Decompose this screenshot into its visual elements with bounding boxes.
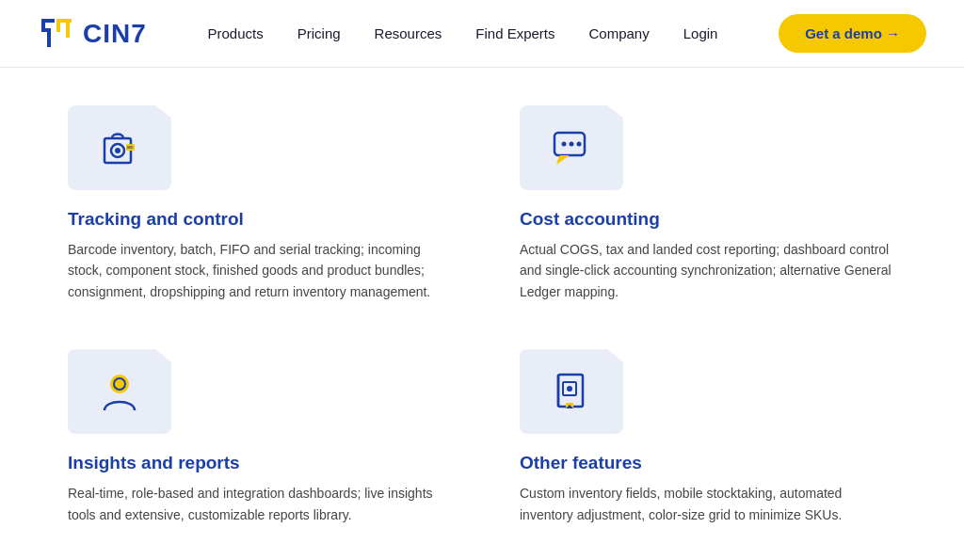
feature-card-tracking: Tracking and control Barcode inventory, … xyxy=(68,105,444,302)
cost-accounting-title: Cost accounting xyxy=(520,209,896,230)
other-features-title: Other features xyxy=(520,453,896,473)
svg-point-16 xyxy=(570,142,574,147)
feature-card-cost-accounting: Cost accounting Actual COGS, tax and lan… xyxy=(520,105,896,302)
site-header: CIN7 Products Pricing Resources Find Exp… xyxy=(0,0,964,68)
person-icon xyxy=(95,367,144,416)
cost-accounting-icon-wrap xyxy=(520,105,623,190)
nav-company[interactable]: Company xyxy=(589,25,650,41)
feature-card-other: Other features Custom inventory fields, … xyxy=(520,349,896,525)
svg-rect-6 xyxy=(66,19,70,38)
nav-products[interactable]: Products xyxy=(208,25,264,41)
book-icon xyxy=(547,367,596,416)
insights-title: Insights and reports xyxy=(68,453,444,473)
nav-find-experts[interactable]: Find Experts xyxy=(475,25,554,41)
features-grid: Tracking and control Barcode inventory, … xyxy=(68,105,896,525)
get-demo-button[interactable]: Get a demo → xyxy=(779,14,926,53)
insights-icon-wrap xyxy=(68,349,171,434)
feature-card-insights: Insights and reports Real-time, role-bas… xyxy=(68,349,444,525)
other-icon-wrap xyxy=(520,349,623,434)
tracking-icon-wrap xyxy=(68,105,171,190)
nav-pricing[interactable]: Pricing xyxy=(297,25,341,41)
nav-login[interactable]: Login xyxy=(683,25,718,41)
main-nav: Products Pricing Resources Find Experts … xyxy=(208,25,718,41)
nav-resources[interactable]: Resources xyxy=(375,25,442,41)
logo-text: CIN7 xyxy=(83,19,147,49)
insights-desc: Real-time, role-based and integration da… xyxy=(68,483,444,525)
svg-rect-3 xyxy=(47,28,51,47)
main-content: Tracking and control Barcode inventory, … xyxy=(30,68,934,560)
tracking-desc: Barcode inventory, batch, FIFO and seria… xyxy=(68,239,444,302)
other-features-desc: Custom inventory fields, mobile stocktak… xyxy=(520,483,896,525)
cost-accounting-desc: Actual COGS, tax and landed cost reporti… xyxy=(520,239,896,302)
svg-point-17 xyxy=(577,142,582,147)
svg-point-24 xyxy=(567,386,572,392)
logo-icon xyxy=(38,15,75,53)
chat-icon xyxy=(547,123,596,172)
logo-link[interactable]: CIN7 xyxy=(38,15,147,53)
svg-point-9 xyxy=(115,148,120,153)
tracking-title: Tracking and control xyxy=(68,209,444,230)
barcode-icon xyxy=(95,123,144,172)
svg-point-15 xyxy=(562,142,567,147)
